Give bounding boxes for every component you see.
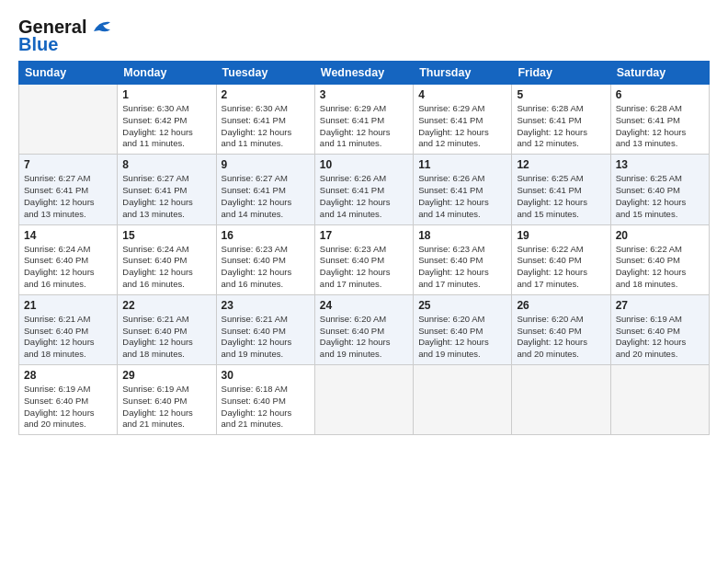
calendar-cell: 21Sunrise: 6:21 AMSunset: 6:40 PMDayligh… xyxy=(19,294,118,364)
day-number: 12 xyxy=(517,158,605,171)
day-info: Sunrise: 6:28 AMSunset: 6:41 PMDaylight:… xyxy=(616,103,704,150)
calendar-cell xyxy=(610,365,709,435)
calendar-cell: 12Sunrise: 6:25 AMSunset: 6:41 PMDayligh… xyxy=(512,155,610,224)
day-info: Sunrise: 6:20 AMSunset: 6:40 PMDaylight:… xyxy=(517,314,605,361)
calendar-header-tuesday: Tuesday xyxy=(216,62,314,85)
calendar-cell: 29Sunrise: 6:19 AMSunset: 6:40 PMDayligh… xyxy=(118,365,216,435)
day-info: Sunrise: 6:29 AMSunset: 6:41 PMDaylight:… xyxy=(418,103,506,150)
calendar-cell: 30Sunrise: 6:18 AMSunset: 6:40 PMDayligh… xyxy=(216,365,314,435)
calendar-header-saturday: Saturday xyxy=(610,62,709,85)
day-info: Sunrise: 6:28 AMSunset: 6:41 PMDaylight:… xyxy=(517,103,605,150)
calendar-cell: 28Sunrise: 6:19 AMSunset: 6:40 PMDayligh… xyxy=(19,365,118,435)
day-info: Sunrise: 6:20 AMSunset: 6:40 PMDaylight:… xyxy=(320,314,408,361)
calendar-week-row: 1Sunrise: 6:30 AMSunset: 6:42 PMDaylight… xyxy=(19,85,710,155)
day-info: Sunrise: 6:19 AMSunset: 6:40 PMDaylight:… xyxy=(122,384,210,431)
day-info: Sunrise: 6:20 AMSunset: 6:40 PMDaylight:… xyxy=(418,314,506,361)
day-number: 11 xyxy=(418,158,506,171)
day-number: 29 xyxy=(122,369,210,382)
calendar-week-row: 7Sunrise: 6:27 AMSunset: 6:41 PMDaylight… xyxy=(19,155,710,224)
calendar-cell: 27Sunrise: 6:19 AMSunset: 6:40 PMDayligh… xyxy=(610,294,709,364)
day-info: Sunrise: 6:18 AMSunset: 6:40 PMDaylight:… xyxy=(222,384,310,431)
day-info: Sunrise: 6:23 AMSunset: 6:40 PMDaylight:… xyxy=(222,244,310,291)
day-info: Sunrise: 6:29 AMSunset: 6:41 PMDaylight:… xyxy=(320,103,408,150)
calendar-cell: 15Sunrise: 6:24 AMSunset: 6:40 PMDayligh… xyxy=(118,224,216,294)
calendar-header-row: SundayMondayTuesdayWednesdayThursdayFrid… xyxy=(19,62,710,85)
day-number: 4 xyxy=(418,88,506,101)
calendar-cell: 13Sunrise: 6:25 AMSunset: 6:40 PMDayligh… xyxy=(610,155,709,224)
calendar-cell: 20Sunrise: 6:22 AMSunset: 6:40 PMDayligh… xyxy=(610,224,709,294)
day-number: 24 xyxy=(320,299,408,312)
calendar-cell: 17Sunrise: 6:23 AMSunset: 6:40 PMDayligh… xyxy=(314,224,413,294)
calendar-cell: 18Sunrise: 6:23 AMSunset: 6:40 PMDayligh… xyxy=(414,224,512,294)
day-number: 2 xyxy=(222,88,310,101)
day-number: 23 xyxy=(222,299,310,312)
day-info: Sunrise: 6:24 AMSunset: 6:40 PMDaylight:… xyxy=(24,244,112,291)
calendar-cell: 16Sunrise: 6:23 AMSunset: 6:40 PMDayligh… xyxy=(216,224,314,294)
calendar-cell: 23Sunrise: 6:21 AMSunset: 6:40 PMDayligh… xyxy=(216,294,314,364)
day-info: Sunrise: 6:19 AMSunset: 6:40 PMDaylight:… xyxy=(24,384,112,431)
calendar-header-sunday: Sunday xyxy=(19,62,118,85)
calendar-week-row: 21Sunrise: 6:21 AMSunset: 6:40 PMDayligh… xyxy=(19,294,710,364)
day-info: Sunrise: 6:23 AMSunset: 6:40 PMDaylight:… xyxy=(320,244,408,291)
day-info: Sunrise: 6:24 AMSunset: 6:40 PMDaylight:… xyxy=(122,244,210,291)
day-number: 10 xyxy=(320,158,408,171)
calendar-cell: 25Sunrise: 6:20 AMSunset: 6:40 PMDayligh… xyxy=(414,294,512,364)
calendar-cell: 6Sunrise: 6:28 AMSunset: 6:41 PMDaylight… xyxy=(610,85,709,155)
day-number: 3 xyxy=(320,88,408,101)
day-number: 28 xyxy=(24,369,112,382)
day-info: Sunrise: 6:19 AMSunset: 6:40 PMDaylight:… xyxy=(616,314,704,361)
logo-blue: Blue xyxy=(18,34,58,55)
calendar-header-friday: Friday xyxy=(512,62,610,85)
day-info: Sunrise: 6:23 AMSunset: 6:40 PMDaylight:… xyxy=(418,244,506,291)
day-info: Sunrise: 6:27 AMSunset: 6:41 PMDaylight:… xyxy=(222,173,310,220)
day-number: 13 xyxy=(616,158,704,171)
day-info: Sunrise: 6:25 AMSunset: 6:40 PMDaylight:… xyxy=(616,173,704,220)
day-info: Sunrise: 6:21 AMSunset: 6:40 PMDaylight:… xyxy=(24,314,112,361)
calendar-cell: 14Sunrise: 6:24 AMSunset: 6:40 PMDayligh… xyxy=(19,224,118,294)
day-info: Sunrise: 6:27 AMSunset: 6:41 PMDaylight:… xyxy=(122,173,210,220)
day-number: 8 xyxy=(122,158,210,171)
calendar-week-row: 14Sunrise: 6:24 AMSunset: 6:40 PMDayligh… xyxy=(19,224,710,294)
calendar-cell: 9Sunrise: 6:27 AMSunset: 6:41 PMDaylight… xyxy=(216,155,314,224)
day-info: Sunrise: 6:22 AMSunset: 6:40 PMDaylight:… xyxy=(517,244,605,291)
day-number: 20 xyxy=(616,229,704,242)
day-info: Sunrise: 6:30 AMSunset: 6:41 PMDaylight:… xyxy=(222,103,310,150)
calendar-header-monday: Monday xyxy=(118,62,216,85)
day-number: 16 xyxy=(222,229,310,242)
calendar-week-row: 28Sunrise: 6:19 AMSunset: 6:40 PMDayligh… xyxy=(19,365,710,435)
day-number: 21 xyxy=(24,299,112,312)
day-info: Sunrise: 6:27 AMSunset: 6:41 PMDaylight:… xyxy=(24,173,112,220)
day-number: 5 xyxy=(517,88,605,101)
day-number: 19 xyxy=(517,229,605,242)
calendar-cell: 10Sunrise: 6:26 AMSunset: 6:41 PMDayligh… xyxy=(314,155,413,224)
calendar-cell: 5Sunrise: 6:28 AMSunset: 6:41 PMDaylight… xyxy=(512,85,610,155)
calendar-cell xyxy=(512,365,610,435)
calendar-cell: 4Sunrise: 6:29 AMSunset: 6:41 PMDaylight… xyxy=(414,85,512,155)
page: General Blue SundayMondayTuesdayWednesda… xyxy=(0,0,728,563)
day-info: Sunrise: 6:26 AMSunset: 6:41 PMDaylight:… xyxy=(418,173,506,220)
day-number: 1 xyxy=(122,88,210,101)
calendar-cell xyxy=(19,85,118,155)
calendar-cell: 22Sunrise: 6:21 AMSunset: 6:40 PMDayligh… xyxy=(118,294,216,364)
calendar-header-thursday: Thursday xyxy=(414,62,512,85)
day-number: 14 xyxy=(24,229,112,242)
day-number: 17 xyxy=(320,229,408,242)
calendar-header-wednesday: Wednesday xyxy=(314,62,413,85)
day-number: 30 xyxy=(222,369,310,382)
logo: General Blue xyxy=(18,17,114,55)
calendar-cell xyxy=(314,365,413,435)
calendar-cell: 26Sunrise: 6:20 AMSunset: 6:40 PMDayligh… xyxy=(512,294,610,364)
header: General Blue xyxy=(18,17,710,55)
calendar-cell: 7Sunrise: 6:27 AMSunset: 6:41 PMDaylight… xyxy=(19,155,118,224)
day-info: Sunrise: 6:21 AMSunset: 6:40 PMDaylight:… xyxy=(222,314,310,361)
day-info: Sunrise: 6:25 AMSunset: 6:41 PMDaylight:… xyxy=(517,173,605,220)
calendar-cell: 24Sunrise: 6:20 AMSunset: 6:40 PMDayligh… xyxy=(314,294,413,364)
calendar: SundayMondayTuesdayWednesdayThursdayFrid… xyxy=(18,61,710,435)
day-number: 25 xyxy=(418,299,506,312)
day-number: 9 xyxy=(222,158,310,171)
day-info: Sunrise: 6:26 AMSunset: 6:41 PMDaylight:… xyxy=(320,173,408,220)
day-info: Sunrise: 6:30 AMSunset: 6:42 PMDaylight:… xyxy=(122,103,210,150)
day-number: 22 xyxy=(122,299,210,312)
day-number: 6 xyxy=(616,88,704,101)
day-info: Sunrise: 6:21 AMSunset: 6:40 PMDaylight:… xyxy=(122,314,210,361)
